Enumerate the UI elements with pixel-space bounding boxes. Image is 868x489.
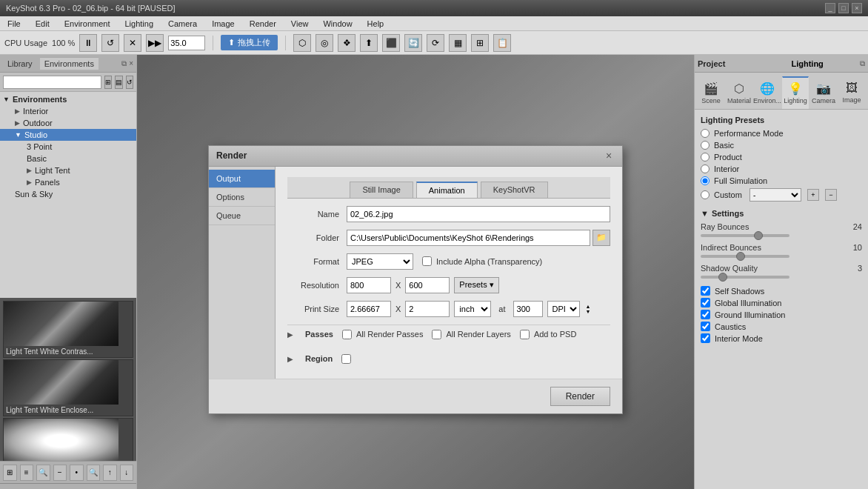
dot-btn[interactable]: •	[70, 465, 84, 481]
thumb-item-2[interactable]: Light Tent White Enclose...	[3, 359, 133, 416]
radio-custom-input[interactable]	[701, 190, 710, 199]
tree-item-basic[interactable]: Basic	[0, 153, 136, 164]
tab-environment[interactable]: 🌐 Environ...	[754, 76, 781, 109]
list-view-btn[interactable]: ≡	[20, 465, 34, 481]
all-render-layers-checkbox[interactable]	[432, 330, 441, 339]
res-width-input[interactable]	[347, 277, 391, 293]
dpi-spinners[interactable]: ▲ ▼	[586, 304, 591, 314]
shadow-quality-slider-thumb[interactable]	[718, 273, 727, 282]
radio-performance-input[interactable]	[701, 129, 710, 138]
thumb-item-3[interactable]: Light Tent White Floor 2k	[3, 418, 133, 461]
tree-item-interior[interactable]: ▶ Interior	[0, 105, 136, 117]
tree-item-outdoor[interactable]: ▶ Outdoor	[0, 117, 136, 129]
library-tab[interactable]: Library	[3, 58, 37, 70]
nav-btn9[interactable]: ⊞	[471, 34, 489, 52]
modal-nav-options[interactable]: Options	[209, 188, 275, 207]
pause-button[interactable]: ⏸	[79, 34, 97, 52]
lib-btn2[interactable]: ▤	[115, 76, 123, 89]
tab-camera[interactable]: 📷 Camera	[810, 76, 837, 109]
grid-view-btn[interactable]: ⊞	[3, 465, 17, 481]
print-height-input[interactable]	[405, 301, 450, 317]
tab-still-image[interactable]: Still Image	[350, 182, 413, 198]
lib-btn3[interactable]: ↺	[126, 76, 133, 89]
dpi-up[interactable]: ▲	[586, 304, 591, 309]
right-panel-float-icon[interactable]: ⧉	[860, 59, 865, 68]
nav-btn1[interactable]: ⬡	[293, 34, 311, 52]
menu-render[interactable]: Render	[245, 18, 281, 30]
minimize-button[interactable]: _	[825, 3, 835, 13]
radio-basic-input[interactable]	[701, 141, 710, 150]
nav-btn4[interactable]: ⬆	[360, 34, 378, 52]
modal-nav-queue[interactable]: Queue	[209, 207, 275, 225]
tab-keyshotvr[interactable]: KeyShotVR	[481, 182, 548, 198]
name-input[interactable]	[347, 206, 610, 222]
nav-btn2[interactable]: ◎	[316, 34, 333, 52]
stop-button[interactable]: ✕	[124, 34, 141, 52]
self-shadows-checkbox[interactable]	[701, 286, 710, 296]
tree-root-environments[interactable]: ▼ Environments	[0, 93, 136, 105]
tree-item-studio[interactable]: ▼ Studio	[0, 129, 136, 141]
tree-item-panels[interactable]: ▶ Panels	[0, 176, 136, 188]
maximize-button[interactable]: □	[838, 3, 849, 13]
minus-btn[interactable]: −	[53, 465, 67, 481]
cloud-library-bar[interactable]: ☁ Cloud Library	[0, 483, 136, 489]
res-height-input[interactable]	[405, 277, 450, 293]
region-arrow-icon[interactable]: ▶	[287, 355, 293, 363]
menu-environment[interactable]: Environment	[60, 18, 115, 30]
tab-image[interactable]: 🖼 Image	[838, 76, 865, 109]
thumb-item-1[interactable]: Light Tent White Contras...	[3, 301, 133, 358]
down-btn[interactable]: ↓	[120, 465, 134, 481]
panel-float-icon[interactable]: ⧉	[121, 59, 127, 68]
lib-search-input[interactable]	[3, 76, 101, 89]
close-button[interactable]: ×	[852, 3, 862, 13]
region-checkbox[interactable]	[341, 354, 351, 364]
search2-btn[interactable]: 🔍	[87, 465, 101, 481]
include-alpha-checkbox[interactable]	[422, 256, 432, 266]
lib-btn1[interactable]: ⊞	[104, 76, 112, 89]
caustics-checkbox[interactable]	[701, 322, 710, 331]
tab-material[interactable]: ⬡ Material	[726, 76, 752, 109]
up-btn[interactable]: ↑	[103, 465, 117, 481]
tree-item-sunsky[interactable]: Sun & Sky	[0, 188, 136, 200]
passes-arrow-icon[interactable]: ▶	[287, 330, 293, 339]
tree-item-light-tent[interactable]: ▶ Light Tent	[0, 164, 136, 176]
search-btn[interactable]: 🔍	[36, 465, 50, 481]
interior-mode-checkbox[interactable]	[701, 333, 710, 343]
radio-product-input[interactable]	[701, 153, 710, 162]
menu-camera[interactable]: Camera	[164, 18, 201, 30]
modal-nav-output[interactable]: Output	[209, 170, 275, 188]
format-select[interactable]: JPEG	[347, 253, 413, 270]
menu-edit[interactable]: Edit	[31, 18, 54, 30]
custom-preset-select[interactable]: -	[750, 188, 801, 202]
nav-btn6[interactable]: 🔄	[404, 34, 422, 52]
refresh-button[interactable]: ↺	[101, 34, 119, 52]
indirect-bounces-slider-thumb[interactable]	[736, 252, 745, 261]
all-render-passes-checkbox[interactable]	[342, 330, 352, 339]
nav-btn5[interactable]: ⬛	[382, 34, 400, 52]
settings-header[interactable]: ▼ Settings	[701, 209, 862, 218]
custom-add-btn[interactable]: +	[807, 189, 819, 201]
menu-file[interactable]: File	[3, 18, 25, 30]
custom-remove-btn[interactable]: −	[825, 189, 837, 201]
nav-btn7[interactable]: ⟳	[427, 34, 444, 52]
nav-btn10[interactable]: 📋	[493, 34, 511, 52]
ground-illumination-checkbox[interactable]	[701, 310, 710, 319]
ray-bounces-slider-thumb[interactable]	[754, 231, 763, 240]
radio-interior-input[interactable]	[701, 164, 710, 173]
tab-scene[interactable]: 🎬 Scene	[698, 76, 724, 109]
modal-close-button[interactable]: ×	[603, 150, 615, 162]
radio-full-simulation-input[interactable]	[701, 176, 710, 185]
nav-btn3[interactable]: ❖	[338, 34, 355, 52]
title-controls[interactable]: _ □ ×	[825, 3, 862, 13]
tab-animation[interactable]: Animation	[416, 182, 478, 198]
presets-button[interactable]: Presets ▾	[454, 277, 498, 293]
folder-input[interactable]	[347, 230, 590, 246]
folder-browse-button[interactable]: 📁	[592, 230, 610, 246]
menu-view[interactable]: View	[287, 18, 313, 30]
global-illumination-checkbox[interactable]	[701, 298, 710, 307]
fps-input[interactable]	[168, 36, 205, 50]
nav-btn8[interactable]: ▦	[449, 34, 467, 52]
environments-tab[interactable]: Environments	[40, 57, 99, 70]
tab-lighting[interactable]: 💡 Lighting	[782, 76, 809, 109]
tree-item-3point[interactable]: 3 Point	[0, 141, 136, 153]
